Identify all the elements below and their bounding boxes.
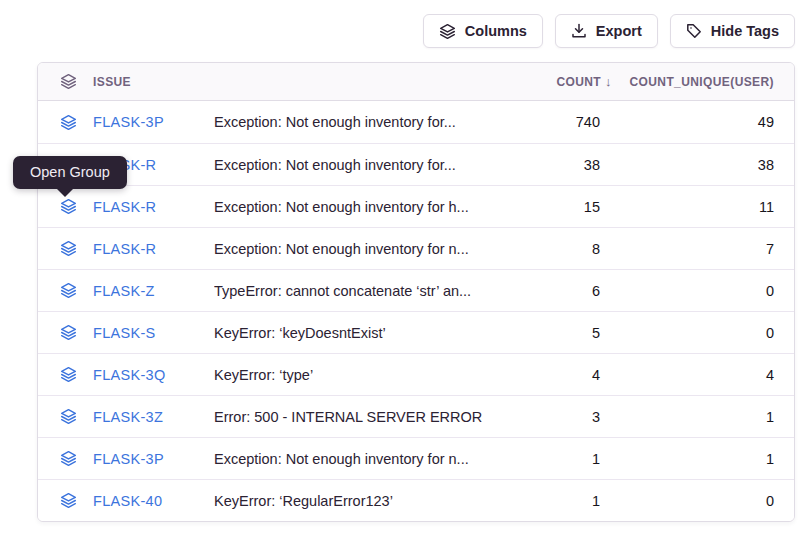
issue-link[interactable]: FLASK-Z xyxy=(93,283,155,299)
count-unique-value: 4 xyxy=(612,367,794,383)
count-unique-value: 0 xyxy=(612,325,794,341)
hide-tags-button[interactable]: Hide Tags xyxy=(670,14,795,48)
issue-message: Exception: Not enough inventory for... xyxy=(214,157,492,173)
table-row[interactable]: FLASK-3Z Error: 500 - INTERNAL SERVER ER… xyxy=(38,395,794,437)
issue-link[interactable]: FLASK-S xyxy=(93,325,156,341)
count-value: 4 xyxy=(492,367,612,383)
issue-link[interactable]: FLASK-40 xyxy=(93,493,162,509)
table-body: FLASK-3P Exception: Not enough inventory… xyxy=(38,101,794,521)
export-button[interactable]: Export xyxy=(555,14,658,48)
issue-message: Exception: Not enough inventory for h... xyxy=(214,199,492,215)
table-row[interactable]: FLASK-R Exception: Not enough inventory … xyxy=(38,185,794,227)
issue-link[interactable]: FLASK-R xyxy=(93,199,156,215)
table-row[interactable]: FLASK-40 KeyError: ‘RegularError123’ 1 0 xyxy=(38,479,794,521)
issue-link[interactable]: FLASK-R xyxy=(93,241,156,257)
table-row[interactable]: FLASK-R Exception: Not enough inventory … xyxy=(38,143,794,185)
toolbar: Columns Export Hide Tags xyxy=(423,14,795,48)
stack-icon xyxy=(60,282,77,299)
issue-link[interactable]: FLASK-3Q xyxy=(93,367,166,383)
header-count-unique[interactable]: COUNT_UNIQUE(USER) xyxy=(612,75,794,89)
columns-button-label: Columns xyxy=(465,23,527,39)
table-row[interactable]: FLASK-R Exception: Not enough inventory … xyxy=(38,227,794,269)
header-count[interactable]: COUNT↓ xyxy=(492,74,612,89)
issue-message: KeyError: ‘keyDoesntExist’ xyxy=(214,325,492,341)
count-value: 1 xyxy=(492,493,612,509)
issue-link[interactable]: FLASK-3P xyxy=(93,114,164,130)
count-unique-value: 49 xyxy=(612,114,794,130)
count-value: 38 xyxy=(492,157,612,173)
count-unique-value: 0 xyxy=(612,493,794,509)
issue-message: Exception: Not enough inventory for... xyxy=(214,114,492,130)
columns-button[interactable]: Columns xyxy=(423,14,543,48)
open-group-tooltip: Open Group xyxy=(13,156,127,189)
table-row[interactable]: FLASK-3Q KeyError: ‘type’ 4 4 xyxy=(38,353,794,395)
sort-descending-icon: ↓ xyxy=(605,74,612,89)
count-value: 6 xyxy=(492,283,612,299)
count-value: 5 xyxy=(492,325,612,341)
export-button-label: Export xyxy=(596,23,642,39)
stack-icon xyxy=(60,73,77,90)
stack-icon xyxy=(439,23,456,40)
issue-message: Error: 500 - INTERNAL SERVER ERROR xyxy=(214,409,492,425)
count-unique-value: 1 xyxy=(612,451,794,467)
issue-link[interactable]: FLASK-3Z xyxy=(93,409,163,425)
open-group-tooltip-label: Open Group xyxy=(30,164,110,180)
download-icon xyxy=(571,23,587,39)
count-value: 1 xyxy=(492,451,612,467)
table-row[interactable]: FLASK-Z TypeError: cannot concatenate ‘s… xyxy=(38,269,794,311)
header-count-unique-label: COUNT_UNIQUE(USER) xyxy=(629,75,774,89)
header-count-label: COUNT xyxy=(556,75,601,89)
table-row[interactable]: FLASK-S KeyError: ‘keyDoesntExist’ 5 0 xyxy=(38,311,794,353)
issue-link[interactable]: FLASK-3P xyxy=(93,451,164,467)
stack-icon xyxy=(60,240,77,257)
issue-message: KeyError: ‘RegularError123’ xyxy=(214,493,492,509)
tag-icon xyxy=(686,23,702,39)
stack-icon xyxy=(60,408,77,425)
stack-icon xyxy=(60,450,77,467)
issue-message: TypeError: cannot concatenate ‘str’ an..… xyxy=(214,283,492,299)
stack-icon xyxy=(60,114,77,131)
count-value: 740 xyxy=(492,114,612,130)
stack-icon xyxy=(60,366,77,383)
stack-icon xyxy=(60,324,77,341)
header-issue-label: ISSUE xyxy=(93,75,131,89)
count-unique-value: 11 xyxy=(612,199,794,215)
issue-message: KeyError: ‘type’ xyxy=(214,367,492,383)
header-issue[interactable]: ISSUE xyxy=(38,73,214,90)
count-unique-value: 1 xyxy=(612,409,794,425)
count-unique-value: 7 xyxy=(612,241,794,257)
count-unique-value: 38 xyxy=(612,157,794,173)
issue-message: Exception: Not enough inventory for n... xyxy=(214,451,492,467)
issues-table: ISSUE COUNT↓ COUNT_UNIQUE(USER) FLASK-3P… xyxy=(37,62,795,522)
stack-icon xyxy=(60,492,77,509)
table-header: ISSUE COUNT↓ COUNT_UNIQUE(USER) xyxy=(38,63,794,101)
count-value: 3 xyxy=(492,409,612,425)
table-row[interactable]: FLASK-3P Exception: Not enough inventory… xyxy=(38,437,794,479)
hide-tags-button-label: Hide Tags xyxy=(711,23,779,39)
stack-icon xyxy=(60,198,77,215)
count-unique-value: 0 xyxy=(612,283,794,299)
count-value: 15 xyxy=(492,199,612,215)
count-value: 8 xyxy=(492,241,612,257)
issue-message: Exception: Not enough inventory for n... xyxy=(214,241,492,257)
table-row[interactable]: FLASK-3P Exception: Not enough inventory… xyxy=(38,101,794,143)
